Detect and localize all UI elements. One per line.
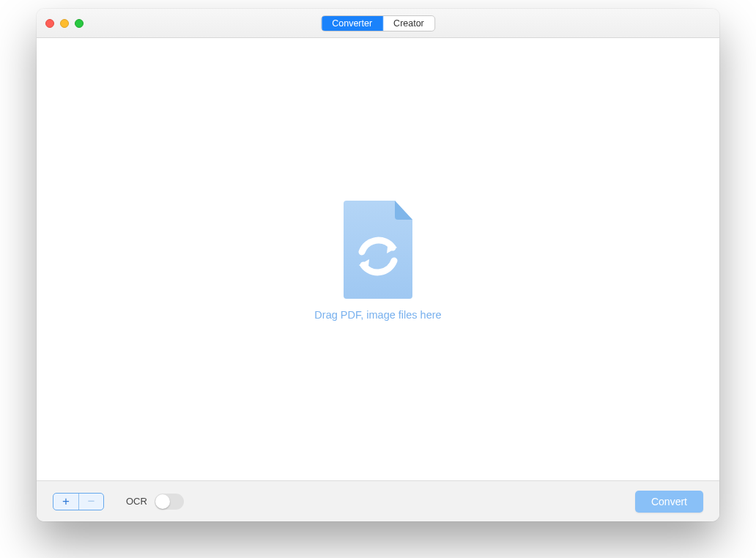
remove-file-button[interactable]: − <box>78 494 103 510</box>
bottom-toolbar: + − OCR Convert <box>37 480 719 521</box>
ocr-toggle[interactable] <box>155 494 184 510</box>
zoom-window-button[interactable] <box>75 19 84 28</box>
drop-hint-text: Drag PDF, image files here <box>314 309 441 321</box>
mode-segmented-control: Converter Creator <box>321 15 435 31</box>
drop-area[interactable]: Drag PDF, image files here <box>37 38 719 480</box>
window-controls <box>45 19 84 28</box>
toggle-knob <box>155 494 170 509</box>
tab-converter[interactable]: Converter <box>322 16 382 31</box>
add-file-button[interactable]: + <box>53 494 78 510</box>
close-window-button[interactable] <box>45 19 54 28</box>
ocr-group: OCR <box>126 494 184 510</box>
file-convert-icon <box>338 198 418 300</box>
ocr-label: OCR <box>126 496 147 507</box>
tab-creator[interactable]: Creator <box>382 16 434 31</box>
minimize-window-button[interactable] <box>60 19 69 28</box>
app-window: Converter Creator Drag PDF, image files … <box>37 9 719 521</box>
convert-button[interactable]: Convert <box>635 491 703 513</box>
add-remove-group: + − <box>53 493 104 510</box>
titlebar: Converter Creator <box>37 9 719 38</box>
